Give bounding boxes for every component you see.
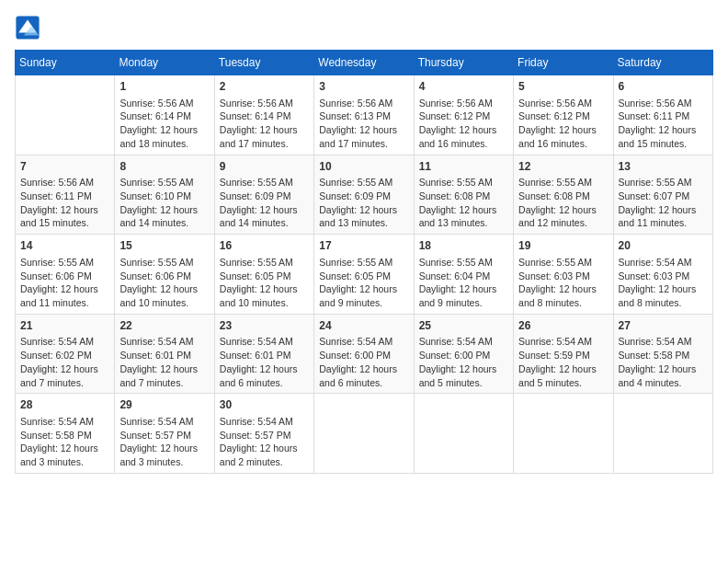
sunrise-text: Sunrise: 5:56 AM: [20, 177, 94, 188]
sunset-text: Sunset: 6:08 PM: [518, 190, 590, 201]
sunrise-text: Sunrise: 5:54 AM: [619, 257, 692, 268]
day-cell: [314, 394, 414, 474]
sunset-text: Sunset: 6:12 PM: [518, 110, 590, 121]
daylight-text: Daylight: 12 hours and 11 minutes.: [20, 283, 98, 308]
header-row: SundayMondayTuesdayWednesdayThursdayFrid…: [16, 51, 713, 75]
day-cell: 13Sunrise: 5:55 AMSunset: 6:07 PMDayligh…: [613, 155, 712, 235]
day-number: 22: [119, 318, 209, 334]
day-cell: [16, 75, 115, 155]
day-cell: 5Sunrise: 5:56 AMSunset: 6:12 PMDaylight…: [514, 75, 613, 155]
logo-icon: [15, 15, 40, 40]
daylight-text: Daylight: 12 hours and 5 minutes.: [419, 363, 497, 388]
sunrise-text: Sunrise: 5:55 AM: [20, 257, 94, 268]
sunset-text: Sunset: 6:14 PM: [119, 110, 191, 121]
day-number: 23: [220, 318, 309, 334]
daylight-text: Daylight: 12 hours and 3 minutes.: [119, 442, 198, 467]
daylight-text: Daylight: 12 hours and 6 minutes.: [319, 363, 397, 388]
daylight-text: Daylight: 12 hours and 18 minutes.: [119, 124, 198, 149]
sunset-text: Sunset: 6:05 PM: [319, 270, 391, 282]
sunrise-text: Sunrise: 5:54 AM: [119, 416, 193, 427]
daylight-text: Daylight: 12 hours and 5 minutes.: [518, 363, 597, 388]
day-cell: [613, 394, 712, 474]
sunset-text: Sunset: 6:10 PM: [119, 190, 191, 201]
day-cell: 10Sunrise: 5:55 AMSunset: 6:09 PMDayligh…: [314, 155, 414, 235]
sunset-text: Sunset: 6:02 PM: [20, 350, 92, 361]
page-header: [15, 15, 713, 40]
day-cell: 11Sunrise: 5:55 AMSunset: 6:08 PMDayligh…: [414, 155, 513, 235]
calendar-body: 1Sunrise: 5:56 AMSunset: 6:14 PMDaylight…: [16, 75, 713, 474]
header-cell-monday: Monday: [115, 51, 214, 75]
sunrise-text: Sunrise: 5:55 AM: [319, 177, 392, 188]
sunset-text: Sunset: 6:06 PM: [119, 270, 191, 282]
daylight-text: Daylight: 12 hours and 8 minutes.: [518, 283, 597, 308]
sunrise-text: Sunrise: 5:55 AM: [518, 177, 592, 188]
day-cell: [414, 394, 513, 474]
header-cell-friday: Friday: [514, 51, 613, 75]
daylight-text: Daylight: 12 hours and 7 minutes.: [119, 363, 198, 388]
day-number: 10: [319, 159, 408, 175]
day-number: 5: [518, 79, 608, 95]
day-cell: [514, 394, 613, 474]
sunrise-text: Sunrise: 5:54 AM: [20, 336, 94, 347]
day-cell: 4Sunrise: 5:56 AMSunset: 6:12 PMDaylight…: [414, 75, 513, 155]
sunrise-text: Sunrise: 5:55 AM: [119, 257, 193, 268]
sunrise-text: Sunrise: 5:54 AM: [419, 336, 493, 347]
day-number: 26: [518, 318, 608, 334]
calendar-header: SundayMondayTuesdayWednesdayThursdayFrid…: [16, 51, 713, 75]
sunset-text: Sunset: 5:57 PM: [220, 430, 291, 441]
sunset-text: Sunset: 5:58 PM: [20, 430, 92, 441]
sunrise-text: Sunrise: 5:54 AM: [619, 336, 692, 347]
week-row-2: 14Sunrise: 5:55 AMSunset: 6:06 PMDayligh…: [16, 235, 713, 315]
sunset-text: Sunset: 6:11 PM: [20, 190, 92, 201]
day-number: 25: [419, 318, 508, 334]
day-cell: 8Sunrise: 5:55 AMSunset: 6:10 PMDaylight…: [115, 155, 214, 235]
daylight-text: Daylight: 12 hours and 4 minutes.: [619, 363, 697, 388]
sunset-text: Sunset: 5:57 PM: [119, 430, 191, 441]
day-cell: 28Sunrise: 5:54 AMSunset: 5:58 PMDayligh…: [16, 394, 115, 474]
sunrise-text: Sunrise: 5:55 AM: [619, 177, 692, 188]
day-number: 6: [619, 79, 708, 95]
sunset-text: Sunset: 6:01 PM: [220, 350, 291, 361]
day-number: 21: [20, 318, 109, 334]
day-cell: 14Sunrise: 5:55 AMSunset: 6:06 PMDayligh…: [16, 235, 115, 315]
sunset-text: Sunset: 6:00 PM: [319, 350, 391, 361]
day-number: 17: [319, 238, 408, 254]
day-cell: 3Sunrise: 5:56 AMSunset: 6:13 PMDaylight…: [314, 75, 414, 155]
sunrise-text: Sunrise: 5:56 AM: [419, 98, 493, 109]
sunrise-text: Sunrise: 5:54 AM: [220, 336, 293, 347]
day-cell: 21Sunrise: 5:54 AMSunset: 6:02 PMDayligh…: [16, 314, 115, 394]
daylight-text: Daylight: 12 hours and 3 minutes.: [20, 442, 98, 467]
daylight-text: Daylight: 12 hours and 17 minutes.: [319, 124, 397, 149]
daylight-text: Daylight: 12 hours and 8 minutes.: [619, 283, 697, 308]
daylight-text: Daylight: 12 hours and 13 minutes.: [419, 204, 497, 229]
day-cell: 15Sunrise: 5:55 AMSunset: 6:06 PMDayligh…: [115, 235, 214, 315]
sunrise-text: Sunrise: 5:54 AM: [319, 336, 392, 347]
day-cell: 19Sunrise: 5:55 AMSunset: 6:03 PMDayligh…: [514, 235, 613, 315]
sunset-text: Sunset: 6:14 PM: [220, 110, 291, 121]
daylight-text: Daylight: 12 hours and 6 minutes.: [220, 363, 298, 388]
daylight-text: Daylight: 12 hours and 10 minutes.: [220, 283, 298, 308]
sunset-text: Sunset: 5:59 PM: [518, 350, 590, 361]
daylight-text: Daylight: 12 hours and 17 minutes.: [220, 124, 298, 149]
day-cell: 22Sunrise: 5:54 AMSunset: 6:01 PMDayligh…: [115, 314, 214, 394]
day-number: 24: [319, 318, 408, 334]
sunset-text: Sunset: 6:04 PM: [419, 270, 491, 282]
sunset-text: Sunset: 6:06 PM: [20, 270, 92, 282]
daylight-text: Daylight: 12 hours and 15 minutes.: [20, 204, 98, 229]
sunrise-text: Sunrise: 5:56 AM: [619, 98, 692, 109]
sunrise-text: Sunrise: 5:55 AM: [220, 177, 293, 188]
day-cell: 23Sunrise: 5:54 AMSunset: 6:01 PMDayligh…: [214, 314, 313, 394]
sunset-text: Sunset: 6:11 PM: [619, 110, 690, 121]
day-number: 14: [20, 238, 109, 254]
daylight-text: Daylight: 12 hours and 2 minutes.: [220, 442, 298, 467]
day-cell: 29Sunrise: 5:54 AMSunset: 5:57 PMDayligh…: [115, 394, 214, 474]
day-number: 8: [119, 159, 209, 175]
sunset-text: Sunset: 6:13 PM: [319, 110, 391, 121]
daylight-text: Daylight: 12 hours and 16 minutes.: [419, 124, 497, 149]
day-number: 4: [419, 79, 508, 95]
day-cell: 1Sunrise: 5:56 AMSunset: 6:14 PMDaylight…: [115, 75, 214, 155]
sunset-text: Sunset: 6:00 PM: [419, 350, 491, 361]
day-cell: 17Sunrise: 5:55 AMSunset: 6:05 PMDayligh…: [314, 235, 414, 315]
daylight-text: Daylight: 12 hours and 16 minutes.: [518, 124, 597, 149]
day-number: 1: [119, 79, 209, 95]
